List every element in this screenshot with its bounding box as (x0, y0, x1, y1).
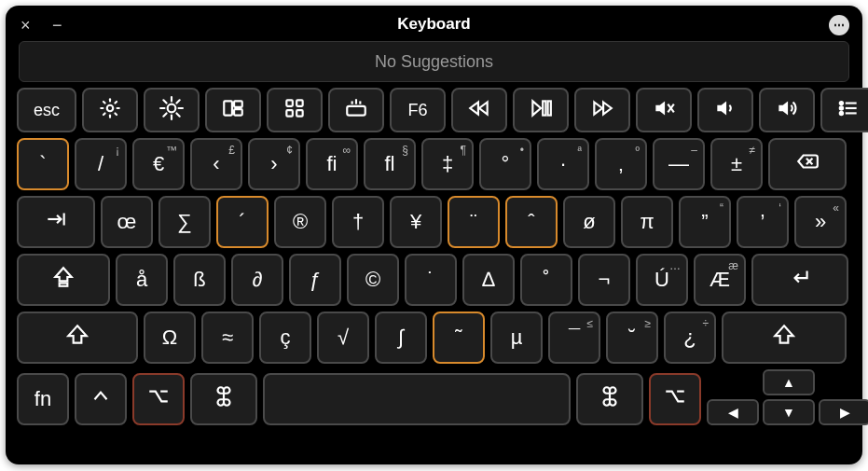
key-sub: § (402, 144, 408, 157)
key-r0-c10[interactable]: ‚º (595, 138, 647, 190)
key-r0-c3[interactable]: ‹£ (190, 138, 242, 190)
key-r1-c8[interactable]: ˆ (505, 196, 558, 248)
key-control[interactable] (75, 373, 127, 425)
key-command-right[interactable] (576, 373, 643, 425)
key-r1-c2[interactable]: ∑ (158, 196, 211, 248)
key-r2-c11[interactable]: Ææ (694, 254, 746, 306)
svg-line-7 (103, 113, 105, 115)
key-main: ˜ (455, 326, 462, 350)
fn-key-f1[interactable] (82, 88, 138, 132)
shift-icon (65, 323, 90, 353)
key-main: ´ (239, 210, 245, 234)
key-r0-c7[interactable]: ‡¶ (421, 138, 474, 190)
key-main: ˘ (628, 326, 635, 350)
key-option-right[interactable] (649, 373, 701, 425)
options-button[interactable]: ⋯ (829, 15, 849, 35)
fn-key-f5[interactable] (328, 88, 384, 132)
key-r2-c5[interactable]: © (347, 254, 399, 306)
key-main: † (352, 210, 364, 234)
svg-line-16 (163, 113, 166, 116)
key-r1-c0[interactable] (17, 196, 95, 248)
key-main: / (98, 152, 103, 176)
key-r3-c5[interactable]: ∫ (375, 312, 427, 364)
key-r1-c12[interactable]: ’‘ (737, 196, 789, 248)
fn-key-f2[interactable] (144, 88, 200, 132)
key-space[interactable] (263, 373, 571, 425)
key-r3-c9[interactable]: ˘≥ (606, 312, 658, 364)
key-r2-c6[interactable]: ˙ (405, 254, 457, 306)
key-r0-c2[interactable]: €™ (132, 138, 185, 190)
key-r3-c4[interactable]: √ (317, 312, 369, 364)
key-r0-c11[interactable]: —– (653, 138, 705, 190)
key-r1-c5[interactable]: † (332, 196, 384, 248)
key-r0-c13[interactable] (768, 138, 847, 190)
key-r3-c6[interactable]: ˜ (433, 312, 485, 364)
key-r0-c5[interactable]: ﬁ∞ (306, 138, 358, 190)
key-main: › (270, 152, 277, 176)
fn-key-esc[interactable]: esc (17, 88, 76, 132)
play-pause-icon (529, 96, 553, 125)
key-option-left[interactable] (132, 373, 185, 425)
key-r0-c9[interactable]: ·ª (537, 138, 589, 190)
key-r2-c8[interactable]: ˚ (520, 254, 572, 306)
arrow-right-key[interactable]: ▶ (819, 399, 868, 425)
key-r0-c12[interactable]: ±≠ (710, 138, 763, 190)
key-r1-c9[interactable]: ø (563, 196, 615, 248)
key-r3-c3[interactable]: ç (259, 312, 311, 364)
arrow-left-key[interactable]: ◀ (707, 399, 759, 425)
fn-key-f12[interactable] (759, 88, 815, 132)
fn-key-f4[interactable] (267, 88, 323, 132)
fn-key-f6[interactable]: F6 (390, 88, 446, 132)
arrow-down-key[interactable]: ▼ (763, 399, 815, 425)
key-main: ‡ (442, 152, 453, 176)
key-r3-c1[interactable]: Ω (144, 312, 196, 364)
fn-key-f11[interactable] (697, 88, 753, 132)
function-row: escF6 (17, 88, 851, 132)
fn-key-f7[interactable] (451, 88, 507, 132)
key-r0-c6[interactable]: ﬂ§ (364, 138, 416, 190)
key-r1-c6[interactable]: ¥ (390, 196, 442, 248)
fn-key-f9[interactable] (574, 88, 630, 132)
key-r2-c3[interactable]: ∂ (231, 254, 283, 306)
key-main: ß (193, 268, 205, 292)
key-r2-c12[interactable] (751, 254, 848, 306)
fn-key-f8[interactable] (513, 88, 569, 132)
svg-marker-54 (55, 268, 71, 281)
key-r3-c7[interactable]: µ (490, 312, 543, 364)
fn-key-f3[interactable] (205, 88, 261, 132)
key-r1-c13[interactable]: »« (794, 196, 847, 248)
key-r2-c4[interactable]: ƒ (289, 254, 341, 306)
key-fn[interactable]: fn (17, 373, 69, 425)
key-r1-c3[interactable]: ´ (216, 196, 269, 248)
fn-key-menu[interactable] (820, 88, 868, 132)
key-r2-c1[interactable]: å (116, 254, 168, 306)
key-r2-c10[interactable]: Ú… (636, 254, 688, 306)
key-r1-c1[interactable]: œ (101, 196, 153, 248)
close-button[interactable]: × (21, 17, 31, 34)
key-r0-c1[interactable]: /¡ (75, 138, 127, 190)
arrow-up-key[interactable]: ▲ (763, 369, 815, 395)
key-r1-c4[interactable]: ® (274, 196, 326, 248)
key-r1-c7[interactable]: ¨ (448, 196, 500, 248)
key-r2-c7[interactable]: ∆ (462, 254, 515, 306)
key-r0-c0[interactable]: ` (17, 138, 69, 190)
minimize-button[interactable]: − (52, 17, 62, 34)
key-r3-c8[interactable]: ¯≤ (548, 312, 600, 364)
key-r2-c2[interactable]: ß (173, 254, 226, 306)
key-r2-c9[interactable]: ¬ (578, 254, 630, 306)
key-r3-c0[interactable] (17, 312, 138, 364)
volume-down-icon (713, 96, 737, 125)
key-r1-c10[interactable]: π (621, 196, 673, 248)
key-r2-c0[interactable] (17, 254, 110, 306)
fn-key-f10[interactable] (636, 88, 692, 132)
key-r3-c11[interactable] (722, 312, 847, 364)
key-r1-c11[interactable]: ”“ (679, 196, 731, 248)
key-main: — (668, 152, 689, 176)
key-r0-c4[interactable]: ›¢ (248, 138, 300, 190)
key-r3-c10[interactable]: ¿÷ (664, 312, 716, 364)
svg-marker-38 (603, 102, 612, 114)
key-command-left[interactable] (190, 373, 257, 425)
key-r3-c2[interactable]: ≈ (201, 312, 254, 364)
key-r0-c8[interactable]: °• (479, 138, 531, 190)
key-sub: ¢ (286, 144, 293, 157)
